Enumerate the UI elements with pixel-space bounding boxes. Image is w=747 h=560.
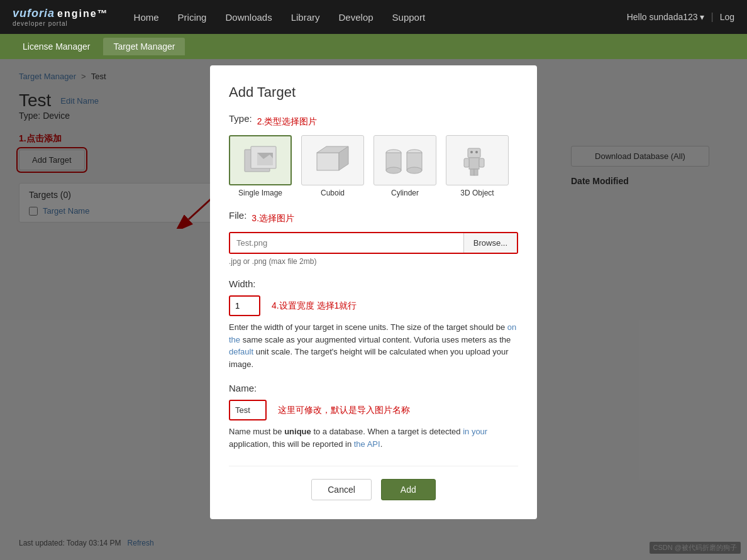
nav-home[interactable]: Home (134, 12, 159, 23)
nav-downloads[interactable]: Downloads (225, 12, 272, 23)
cuboid-icon (311, 143, 355, 178)
nav-library[interactable]: Library (291, 12, 320, 23)
width-section: Width: 4.设置宽度 选择1就行 Enter the width of y… (229, 278, 518, 370)
file-section: File: 3.选择图片 Browse... .jpg or .png (max… (229, 210, 518, 266)
logout-link[interactable]: Log (720, 12, 734, 22)
cancel-button[interactable]: Cancel (311, 479, 372, 500)
nav-divider: | (711, 11, 713, 23)
nav-support[interactable]: Support (392, 12, 426, 23)
logo-sub: developer portal (13, 20, 109, 27)
file-hint: .jpg or .png (max file 2mb) (229, 257, 518, 266)
add-button[interactable]: Add (381, 479, 436, 500)
svg-point-14 (407, 167, 422, 173)
svg-rect-15 (468, 148, 480, 158)
width-section-label: Width: (229, 278, 518, 289)
svg-rect-20 (474, 169, 478, 175)
svg-rect-17 (464, 158, 469, 167)
top-navigation: vuforia engine™ developer portal Home Pr… (0, 0, 747, 34)
single-image-icon (241, 143, 279, 178)
name-section-label: Name: (229, 383, 518, 393)
name-section: Name: 这里可修改，默认是导入图片名称 Name must be uniqu… (229, 383, 518, 450)
type-single-image-label: Single Image (238, 189, 282, 197)
width-input[interactable] (229, 295, 260, 316)
logo-vuforia: vuforia (13, 7, 55, 20)
width-annotation: 4.设置宽度 选择1就行 (272, 300, 357, 312)
type-section-label: Type: (229, 113, 252, 124)
nav-pricing[interactable]: Pricing (178, 12, 207, 23)
file-input[interactable] (230, 233, 463, 253)
cylinder-icon (380, 143, 430, 178)
file-annotation: 3.选择图片 (252, 213, 294, 224)
modal-buttons: Cancel Add (229, 466, 518, 500)
svg-point-21 (470, 151, 473, 153)
sub-nav-target-manager[interactable]: Target Manager (103, 38, 185, 55)
svg-rect-19 (470, 169, 474, 175)
logo: vuforia engine™ developer portal (13, 7, 109, 27)
modal-overlay: Add Target Type: 2.类型选择图片 (0, 59, 747, 560)
type-cylinder[interactable]: Cylinder (374, 135, 436, 197)
file-browse-button[interactable]: Browse... (463, 233, 517, 253)
type-3d-object-label: 3D Object (460, 189, 494, 197)
nav-right: Hello sundada123 ▾ | Log (627, 11, 734, 23)
svg-point-22 (475, 151, 478, 153)
add-target-modal: Add Target Type: 2.类型选择图片 (210, 65, 537, 519)
file-section-label: File: (229, 210, 246, 221)
svg-rect-6 (317, 153, 339, 170)
svg-rect-16 (469, 158, 479, 169)
name-description: Name must be unique to a database. When … (229, 425, 518, 450)
sub-navigation: License Manager Target Manager (0, 34, 747, 59)
sub-nav-license-manager[interactable]: License Manager (13, 38, 100, 55)
logo-engine: engine™ (57, 8, 109, 19)
name-input[interactable] (229, 400, 267, 420)
type-options: Single Image Cuboid (229, 135, 518, 197)
svg-point-11 (386, 167, 401, 173)
type-cuboid[interactable]: Cuboid (301, 135, 364, 197)
type-annotation: 2.类型选择图片 (257, 116, 318, 128)
file-input-container: Browse... (229, 232, 518, 254)
user-menu[interactable]: Hello sundada123 ▾ (627, 12, 705, 22)
nav-develop[interactable]: Develop (339, 12, 374, 23)
type-cuboid-label: Cuboid (321, 189, 345, 197)
modal-title: Add Target (229, 84, 518, 101)
type-3d-object[interactable]: 3D Object (446, 135, 509, 197)
svg-rect-18 (479, 158, 484, 167)
type-cylinder-label: Cylinder (391, 189, 419, 197)
type-single-image[interactable]: Single Image (229, 135, 292, 197)
name-annotation: 这里可修改，默认是导入图片名称 (278, 405, 410, 416)
3d-object-icon (455, 143, 499, 178)
type-section: Type: 2.类型选择图片 (229, 113, 518, 197)
nav-links: Home Pricing Downloads Library Develop S… (134, 12, 627, 23)
width-description: Enter the width of your target in scene … (229, 321, 518, 370)
main-content: Target Manager > Test Test Edit Name Typ… (0, 59, 747, 560)
